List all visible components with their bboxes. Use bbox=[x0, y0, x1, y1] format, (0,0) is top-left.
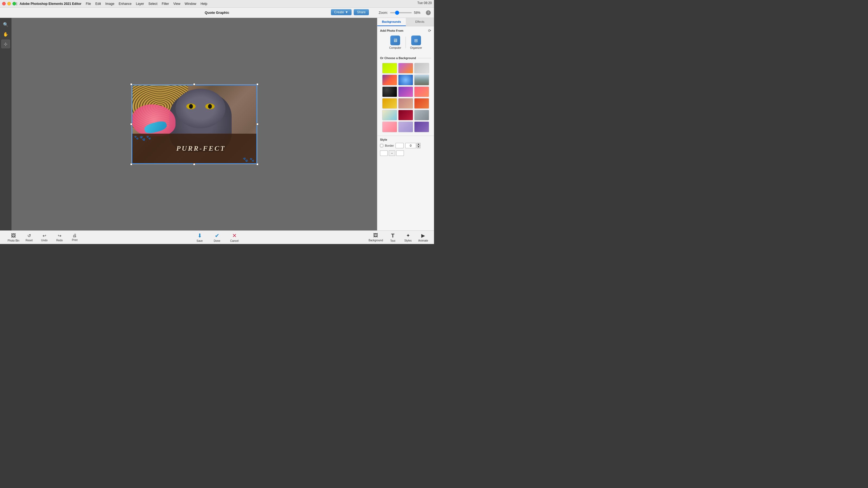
background-tool-button[interactable]: 🖼 Background bbox=[367, 231, 385, 243]
help-button[interactable]: ? bbox=[426, 10, 431, 15]
share-button[interactable]: Share bbox=[354, 9, 369, 15]
menu-edit[interactable]: Edit bbox=[93, 1, 103, 6]
undo-button[interactable]: ↩ Undo bbox=[37, 232, 52, 243]
redo-button[interactable]: ↪ Redo bbox=[52, 232, 67, 243]
minimize-button[interactable] bbox=[7, 2, 11, 5]
tab-backgrounds[interactable]: Backgrounds bbox=[377, 18, 406, 26]
menu-help[interactable]: Help bbox=[198, 1, 209, 6]
choose-background-title: Or Choose a Background bbox=[380, 56, 431, 60]
background-icon: 🖼 bbox=[373, 233, 378, 238]
hand-tool-button[interactable]: ✋ bbox=[1, 30, 10, 38]
add-photo-title: Add Photo From bbox=[380, 29, 403, 32]
menu-image[interactable]: Image bbox=[103, 1, 116, 6]
bg-thumb-gray[interactable] bbox=[414, 63, 429, 73]
menu-window[interactable]: Window bbox=[183, 1, 198, 6]
chevron-down-icon: ▼ bbox=[345, 10, 348, 14]
resize-handle-tr[interactable] bbox=[256, 83, 258, 86]
resize-handle-r[interactable] bbox=[256, 123, 258, 125]
menu-enhance[interactable]: Enhance bbox=[117, 1, 134, 6]
border-spinner: ▲ ▼ bbox=[405, 143, 421, 148]
reset-icon: ↺ bbox=[27, 233, 31, 238]
resize-handle-b[interactable] bbox=[193, 163, 195, 165]
cat-eye-right bbox=[205, 104, 214, 109]
bg-thumb-lime[interactable] bbox=[382, 63, 397, 73]
bg-thumb-pink-orange[interactable] bbox=[414, 87, 429, 97]
resize-handle-t[interactable] bbox=[193, 83, 195, 86]
style-extra-input[interactable] bbox=[396, 151, 404, 156]
close-button[interactable] bbox=[2, 2, 6, 5]
resize-handle-l[interactable] bbox=[130, 123, 132, 125]
bg-thumb-dark-sparkle[interactable] bbox=[382, 87, 397, 97]
cat-ear-right bbox=[213, 89, 221, 89]
cancel-button[interactable]: ✕ Cancel bbox=[227, 231, 242, 243]
bg-thumb-purple-field[interactable] bbox=[414, 122, 429, 132]
bg-thumb-mountains[interactable] bbox=[414, 74, 429, 85]
resize-handle-br[interactable] bbox=[256, 163, 258, 165]
canvas-frame[interactable]: 🐾 🐾 🐾 PURR-FECT 🐾 🐾 bbox=[131, 84, 257, 164]
border-color-input[interactable] bbox=[396, 143, 404, 148]
menu-view[interactable]: View bbox=[171, 1, 183, 6]
quote-text-container: PURR-FECT bbox=[136, 144, 252, 153]
tab-effects[interactable]: Effects bbox=[406, 18, 434, 26]
bg-thumb-red-sunset[interactable] bbox=[414, 98, 429, 109]
zoom-slider[interactable] bbox=[390, 12, 412, 13]
undo-label: Undo bbox=[41, 239, 48, 242]
document-title: Quote Graphic bbox=[205, 10, 229, 14]
bg-thumb-grey-fog[interactable] bbox=[414, 110, 429, 120]
bottom-tools-center: ⬇ Save ✔ Done ✕ Cancel bbox=[192, 231, 242, 243]
text-tool-button[interactable]: T Text bbox=[385, 231, 400, 243]
maximize-button[interactable] bbox=[12, 2, 16, 5]
search-tool-button[interactable]: 🔍 bbox=[1, 20, 10, 29]
zoom-controls: Zoom: 58% ? bbox=[379, 10, 431, 15]
cat-face bbox=[176, 89, 225, 128]
bg-thumb-beach[interactable] bbox=[382, 110, 397, 120]
photo-bin-icon: 🖼 bbox=[11, 233, 16, 238]
menu-select[interactable]: Select bbox=[146, 1, 159, 6]
bg-thumb-warm-flowers[interactable] bbox=[398, 98, 413, 109]
background-tool-label: Background bbox=[369, 239, 383, 242]
menu-file[interactable]: File bbox=[84, 1, 93, 6]
bg-thumb-sunset-pink[interactable] bbox=[382, 74, 397, 85]
bg-thumb-red-roses[interactable] bbox=[398, 110, 413, 120]
refresh-icon[interactable]: ⟳ bbox=[428, 29, 431, 33]
resize-handle-tl[interactable] bbox=[130, 83, 132, 86]
style-extra-row: – bbox=[380, 151, 431, 156]
border-checkbox[interactable] bbox=[380, 144, 383, 147]
done-button[interactable]: ✔ Done bbox=[209, 231, 225, 243]
style-color-swatch[interactable] bbox=[380, 151, 388, 156]
bg-thumb-purple-orange[interactable] bbox=[398, 63, 413, 73]
bg-thumb-purple-grad[interactable] bbox=[398, 87, 413, 97]
animate-tool-button[interactable]: ▶ Animate bbox=[415, 231, 431, 243]
add-photo-organizer-button[interactable]: ⊞ Organizer bbox=[410, 35, 422, 50]
print-button[interactable]: 🖨 Print bbox=[67, 232, 82, 242]
menu-layer[interactable]: Layer bbox=[134, 1, 146, 6]
bg-thumb-lavender[interactable] bbox=[398, 122, 413, 132]
border-spin-down[interactable]: ▼ bbox=[416, 145, 421, 148]
border-row: Border ▲ ▼ bbox=[380, 143, 431, 148]
create-button[interactable]: Create ▼ bbox=[331, 9, 351, 15]
bg-thumb-pink-glitter[interactable] bbox=[382, 122, 397, 132]
border-spin-up[interactable]: ▲ bbox=[416, 143, 421, 145]
photo-bin-button[interactable]: 🖼 Photo Bin bbox=[5, 232, 22, 243]
move-tool-button[interactable]: ⊹ bbox=[1, 40, 10, 48]
bg-thumb-blue-bokeh[interactable] bbox=[398, 74, 413, 85]
save-icon: ⬇ bbox=[197, 232, 202, 239]
save-button[interactable]: ⬇ Save bbox=[192, 231, 207, 243]
quote-overlay: 🐾 🐾 🐾 PURR-FECT 🐾 🐾 bbox=[132, 134, 257, 164]
panel-scroll[interactable]: Add Photo From ⟳ 🖥 Computer ⊞ bbox=[377, 26, 434, 230]
style-extra-control[interactable]: – bbox=[389, 151, 395, 156]
traffic-lights bbox=[2, 2, 16, 5]
bottom-toolbar: 🖼 Photo Bin ↺ Reset ↩ Undo ↪ Redo 🖨 Prin… bbox=[0, 230, 434, 244]
menu-filter[interactable]: Filter bbox=[159, 1, 171, 6]
title-bar:  Adobe Photoshop Elements 2021 Editor F… bbox=[0, 0, 434, 8]
paw-icon-1: 🐾 bbox=[134, 135, 138, 141]
choose-background-section: Or Choose a Background bbox=[377, 54, 434, 135]
organizer-icon-wrapper: ⊞ bbox=[411, 35, 421, 45]
border-value-input[interactable] bbox=[405, 143, 416, 148]
reset-button[interactable]: ↺ Reset bbox=[22, 232, 37, 243]
bg-thumb-flowers-yellow[interactable] bbox=[382, 98, 397, 109]
add-photo-computer-button[interactable]: 🖥 Computer bbox=[389, 35, 401, 50]
styles-tool-button[interactable]: ✦ Styles bbox=[400, 231, 415, 243]
done-icon: ✔ bbox=[215, 232, 219, 239]
resize-handle-bl[interactable] bbox=[130, 163, 132, 165]
